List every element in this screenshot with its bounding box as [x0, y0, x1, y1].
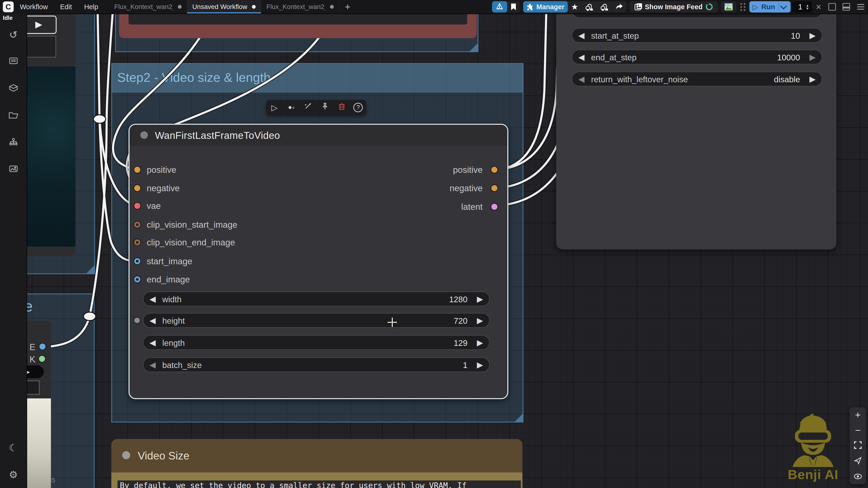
node-library-icon[interactable]	[8, 56, 19, 67]
new-tab-button[interactable]: +	[339, 2, 356, 12]
increment-arrow-icon[interactable]: ▶	[477, 360, 483, 369]
tab-workflow-1[interactable]: Flux_Kontext_wan2_...	[109, 0, 187, 13]
bookmark-button[interactable]	[507, 1, 520, 12]
run-count-stepper[interactable]: 1 ▲▼	[792, 1, 812, 12]
output-port-positive[interactable]	[491, 166, 498, 173]
pin-icon[interactable]	[320, 100, 330, 115]
drag-handle-icon[interactable]	[740, 3, 746, 11]
unsaved-dot-icon[interactable]	[178, 5, 182, 9]
free-vram-button-2[interactable]	[597, 1, 612, 12]
input-port-negative[interactable]	[133, 184, 141, 192]
node-map-icon[interactable]	[8, 136, 19, 148]
increment-arrow-icon[interactable]: ▶	[809, 74, 816, 84]
input-port-vae[interactable]	[133, 202, 141, 209]
settings-gear-icon[interactable]: ⚙	[8, 469, 19, 481]
output-port-negative[interactable]	[491, 184, 498, 192]
value-box[interactable]	[26, 381, 40, 395]
decrement-arrow-icon[interactable]: ◀	[150, 360, 156, 369]
widget-start-at-step[interactable]: ◀ start_at_step 10 ▶	[572, 28, 822, 43]
comfyui-logo[interactable]: C	[3, 1, 14, 12]
favorites-button[interactable]: ★	[568, 1, 582, 12]
decrement-arrow-icon[interactable]: ◀	[578, 31, 585, 40]
decrement-arrow-icon[interactable]: ◀	[150, 294, 156, 304]
widget-value[interactable]: 1	[463, 360, 467, 370]
menu-hamburger-icon[interactable]	[857, 3, 864, 11]
menu-help[interactable]: Help	[78, 0, 104, 13]
node-titlebar[interactable]: Video Size	[111, 439, 522, 473]
increment-arrow-icon[interactable]: ▶	[809, 31, 816, 40]
model-library-icon[interactable]	[8, 83, 19, 94]
theme-toggle-moon-icon[interactable]: ☾	[8, 442, 19, 454]
node-action-toolbar[interactable]: ▷ ●˅ ?	[266, 100, 366, 115]
free-vram-button-1[interactable]	[582, 1, 597, 12]
node-titlebar[interactable]: WanFirstLastFrameToVideo	[129, 125, 507, 145]
decrement-arrow-icon[interactable]: ◀	[578, 52, 585, 62]
image-preview-button[interactable]	[721, 1, 736, 12]
output-port-latent[interactable]	[491, 203, 498, 210]
menu-workflow[interactable]: Workflow	[14, 0, 54, 13]
input-port-positive[interactable]	[133, 166, 141, 173]
widget-return-with-leftover-noise[interactable]: ◀ return_with_leftover_noise disable ▶	[572, 72, 822, 86]
show-image-feed-toggle[interactable]: Show Image Feed	[630, 1, 718, 12]
help-icon[interactable]: ?	[353, 103, 363, 112]
widget-value[interactable]: disable	[774, 75, 800, 84]
select-cursor-icon[interactable]	[854, 457, 862, 466]
canvas-controls[interactable]: + −	[849, 408, 866, 484]
manager-button[interactable]: Manager	[523, 1, 568, 12]
unsaved-dot-icon[interactable]	[330, 5, 334, 9]
delete-node-icon[interactable]	[337, 100, 347, 115]
widget-value[interactable]: 1280	[449, 295, 467, 304]
collapse-dot[interactable]	[122, 451, 130, 459]
step-down-icon[interactable]: ▼	[806, 7, 809, 10]
increment-arrow-icon[interactable]: ▶	[477, 316, 483, 325]
decrement-arrow-icon[interactable]: ◀	[150, 338, 156, 347]
output-port[interactable]	[39, 343, 46, 350]
run-node-icon[interactable]: ▷	[269, 100, 280, 115]
workflows-folder-icon[interactable]	[8, 110, 19, 121]
widget-width[interactable]: ◀ width 1280 ▶	[143, 292, 490, 306]
widget-length[interactable]: ◀ length 129 ▶	[143, 335, 490, 350]
easel-extension-button[interactable]	[492, 1, 507, 12]
input-port-end-image[interactable]	[133, 275, 141, 283]
widget-height[interactable]: ◀ height 720 ▶	[143, 313, 490, 328]
widget-input-dot[interactable]	[133, 317, 141, 324]
unsaved-dot-icon[interactable]	[252, 5, 256, 9]
tab-workflow-3[interactable]: Flux_Kontext_wan2_...	[261, 0, 339, 13]
input-port-start-image[interactable]	[133, 257, 141, 265]
gallery-icon[interactable]	[8, 164, 19, 175]
queue-history-icon[interactable]: ↺	[8, 29, 19, 40]
widget-value[interactable]: 10	[791, 31, 800, 40]
menu-edit[interactable]: Edit	[54, 0, 78, 13]
widget-batch-size[interactable]: ◀ batch_size 1 ▶	[143, 357, 490, 372]
widget-end-at-step[interactable]: ◀ end_at_step 10000 ▶	[572, 50, 822, 64]
panel-toggle-icon[interactable]	[828, 3, 836, 10]
toggle-visibility-icon[interactable]	[854, 472, 862, 481]
stepper-arrows[interactable]: ▲▼	[806, 4, 809, 10]
port-label: clip_vision_end_image	[147, 238, 235, 248]
color-picker-icon[interactable]: ●˅	[286, 100, 297, 116]
increment-arrow-icon[interactable]: ▶	[477, 294, 483, 304]
zoom-in-icon[interactable]: +	[855, 410, 861, 420]
bottom-panel-toggle-icon[interactable]	[842, 3, 850, 10]
widget-value[interactable]: 10000	[777, 53, 800, 62]
run-options-chevron-icon[interactable]	[780, 3, 787, 9]
increment-arrow-icon[interactable]: ▶	[809, 52, 816, 62]
output-port[interactable]	[38, 355, 46, 363]
collapse-dot[interactable]	[140, 131, 148, 139]
decrement-arrow-icon[interactable]: ◀	[578, 74, 585, 84]
widget-value[interactable]: 129	[454, 338, 467, 348]
zoom-out-icon[interactable]: −	[855, 426, 861, 435]
increment-arrow-icon[interactable]: ▶	[477, 338, 483, 347]
fit-view-icon[interactable]	[854, 441, 862, 451]
run-button[interactable]: ▷ Run	[749, 1, 790, 12]
clear-queue-icon[interactable]: ×	[812, 2, 825, 12]
share-button[interactable]	[612, 1, 626, 12]
tab-workflow-2-active[interactable]: Unsaved Workflow	[187, 0, 261, 13]
input-port-clip-vision-end-image[interactable]	[133, 238, 141, 246]
node-video-size-note[interactable]: Video Size By default, we set the video …	[111, 439, 522, 488]
bypass-wand-icon[interactable]	[303, 100, 313, 115]
widget-value[interactable]: 720	[454, 316, 467, 326]
decrement-arrow-icon[interactable]: ◀	[150, 316, 156, 325]
input-port-clip-vision-start-image[interactable]	[133, 221, 141, 228]
run-count-value[interactable]: 1	[795, 3, 806, 11]
